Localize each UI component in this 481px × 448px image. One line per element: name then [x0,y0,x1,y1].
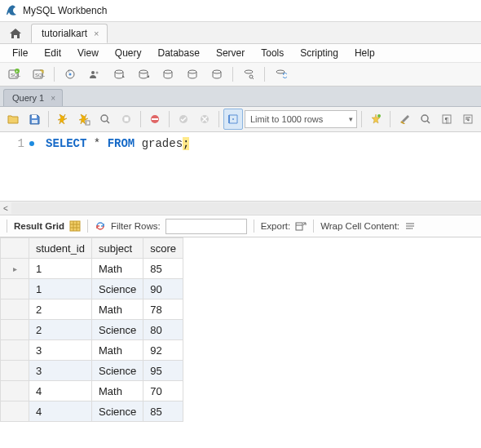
menu-view[interactable]: View [70,46,106,60]
connection-tab[interactable]: tutorialkart × [31,24,108,43]
sql-code[interactable]: SELECT * FROM grades; [41,132,189,201]
db-button-2[interactable] [182,64,203,84]
db-button-3[interactable] [206,64,227,84]
table-row[interactable]: ▸ 1 Math 85 [1,259,183,279]
menu-tools[interactable]: Tools [254,46,291,60]
svg-point-24 [101,115,108,122]
toggle-whitespace-button[interactable] [223,109,243,130]
column-header[interactable]: score [143,238,183,259]
filter-rows-input[interactable] [165,219,247,234]
row-indicator [1,401,29,422]
cell[interactable]: 92 [143,340,183,361]
svg-point-10 [96,72,99,74]
cell[interactable]: 80 [143,320,183,340]
brush-button[interactable] [395,109,414,130]
app-title: MySQL Workbench [23,5,107,16]
menu-help[interactable]: Help [347,46,382,60]
cell[interactable]: 1 [29,259,92,279]
close-connection-icon[interactable]: × [94,29,99,38]
cell[interactable]: 4 [29,401,92,422]
menu-database[interactable]: Database [151,46,207,60]
cell[interactable]: 85 [143,401,183,422]
server-status-button[interactable]: i [60,64,81,84]
statement-marker-icon [29,141,34,146]
cell[interactable]: 1 [29,279,92,299]
column-header[interactable]: student_id [29,238,92,259]
execute-all-button[interactable] [53,109,73,130]
wrap-button[interactable] [458,109,478,130]
result-separator [87,220,88,233]
menu-edit[interactable]: Edit [37,46,68,60]
cell[interactable]: 3 [29,361,92,381]
db-button-1[interactable] [157,64,179,84]
home-button[interactable] [3,24,28,43]
column-header[interactable]: subject [92,238,143,259]
cell[interactable]: 95 [143,361,183,381]
cell[interactable]: 78 [143,299,183,320]
refresh-icon[interactable] [95,220,106,232]
import-button[interactable] [133,64,154,84]
table-row[interactable]: 1 Science 90 [1,279,183,299]
export-button[interactable] [108,64,130,84]
svg-rect-20 [32,115,37,118]
close-query-tab-icon[interactable]: × [51,94,55,103]
explain-button[interactable] [95,109,115,130]
cell[interactable]: 70 [143,381,183,401]
cell[interactable]: 90 [143,279,183,299]
cell[interactable]: Math [92,259,143,279]
editor-horizontal-scrollbar[interactable]: < [0,201,481,215]
svg-point-13 [164,70,172,73]
table-row[interactable]: 3 Science 95 [1,361,183,381]
table-row[interactable]: 3 Math 92 [1,340,183,361]
cell[interactable]: 3 [29,340,92,361]
open-sql-file-button[interactable]: SQL [28,64,49,84]
rollback-button[interactable] [195,109,214,130]
grid-view-icon[interactable] [69,220,81,232]
beautify-button[interactable] [366,109,386,130]
cell[interactable]: Math [92,299,143,320]
menu-file[interactable]: File [5,46,35,60]
cell[interactable]: Math [92,340,143,361]
svg-text:¶: ¶ [444,116,448,124]
export-icon[interactable] [295,220,307,232]
export-label: Export: [261,221,290,231]
cell[interactable]: 2 [29,320,92,340]
table-row[interactable]: 2 Math 78 [1,299,183,320]
result-grid[interactable]: student_id subject score ▸ 1 Math 85 1 S… [0,237,183,422]
cell[interactable]: Science [92,401,143,422]
table-row[interactable]: 4 Math 70 [1,381,183,401]
execute-current-button[interactable]: I [74,109,94,130]
sql-editor[interactable]: 1 SELECT * FROM grades; [0,132,481,201]
save-button[interactable] [24,109,44,130]
stop-button[interactable] [117,109,136,130]
limit-rows-select[interactable]: Limit to 1000 rows [245,110,357,128]
toggle-invisible-button[interactable]: ¶ [437,109,457,130]
editor-toolbar: I Limit to 1000 rows ¶ [0,107,481,132]
reconnect-button[interactable] [270,64,291,84]
scroll-left-icon[interactable]: < [0,204,11,213]
query-tab[interactable]: Query 1 × [3,89,63,106]
menu-query[interactable]: Query [108,46,149,60]
scroll-track[interactable] [11,202,481,214]
table-row[interactable]: 2 Science 80 [1,320,183,340]
cell[interactable]: Science [92,279,143,299]
wrap-cell-icon[interactable] [404,220,416,232]
menu-server[interactable]: Server [209,46,252,60]
toolbar-separator [264,67,265,82]
search-button[interactable] [238,64,259,84]
new-sql-tab-button[interactable]: SQL+ [3,64,24,84]
users-button[interactable] [84,64,105,84]
cell[interactable]: Science [92,361,143,381]
toggle-autocommit-button[interactable] [145,109,165,130]
wrap-cell-label: Wrap Cell Content: [320,221,399,231]
find-button[interactable] [416,109,435,130]
cell[interactable]: 4 [29,381,92,401]
cell[interactable]: Science [92,320,143,340]
cell[interactable]: 85 [143,259,183,279]
open-file-button[interactable] [3,109,23,130]
cell[interactable]: Math [92,381,143,401]
table-row[interactable]: 4 Science 85 [1,401,183,422]
commit-button[interactable] [174,109,193,130]
cell[interactable]: 2 [29,299,92,320]
menu-scripting[interactable]: Scripting [293,46,346,60]
